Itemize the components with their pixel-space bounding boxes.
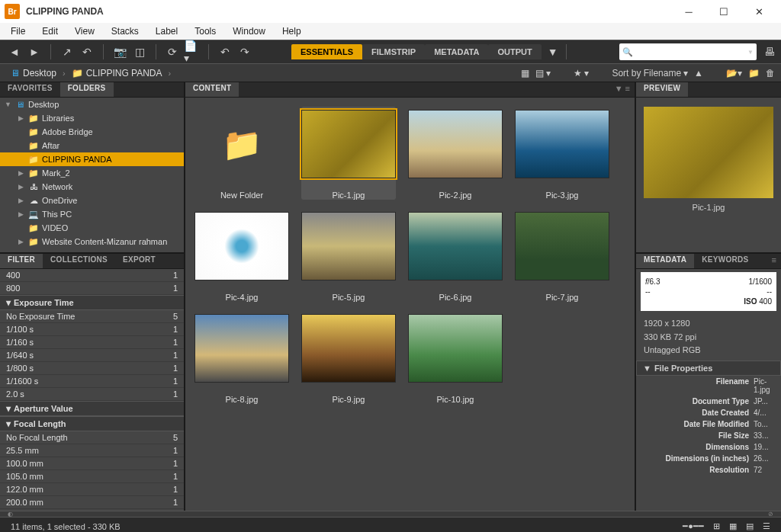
panel-menu-icon[interactable]: ▼ ≡ (610, 82, 635, 97)
tree-node[interactable]: ▶💻This PC (0, 207, 184, 221)
menu-tools[interactable]: Tools (187, 24, 223, 38)
sort-asc-icon[interactable]: ▲ (694, 68, 703, 79)
sort-button[interactable]: Sort by Filename ▾ (612, 68, 688, 79)
search-dropdown-icon[interactable]: ▼ (747, 49, 754, 56)
filter-row[interactable]: 25.5 mm1 (0, 444, 184, 457)
panel-menu-icon[interactable]: ≡ (767, 254, 781, 268)
view-mode-2-icon[interactable]: ▤ (746, 521, 754, 531)
tab-favorites[interactable]: FAVORITES (0, 82, 60, 97)
open-folder-icon[interactable]: 📂▾ (726, 68, 742, 79)
output-icon[interactable]: 🖶 (764, 46, 775, 58)
cancel-icon[interactable]: ⊘ (768, 511, 773, 518)
rotate-ccw-icon[interactable]: ↶ (217, 43, 233, 60)
maximize-button[interactable]: ☐ (706, 0, 741, 23)
filter-section-header[interactable]: Exposure Time (0, 295, 184, 310)
tab-keywords[interactable]: KEYWORDS (694, 254, 756, 268)
thumbnail[interactable]: Pic-6.jpg (408, 212, 503, 302)
file-properties-header[interactable]: ▼ File Properties (636, 361, 781, 376)
thumbnail[interactable]: Pic-1.jpg (301, 107, 396, 200)
thumbnail[interactable]: Pic-9.jpg (301, 314, 396, 404)
preview-image[interactable] (644, 107, 773, 198)
search-input[interactable] (633, 47, 747, 56)
workspace-tab-filmstrip[interactable]: FILMSTRIP (362, 44, 425, 59)
menu-label[interactable]: Label (148, 24, 185, 38)
filter-row[interactable]: 1/160 s1 (0, 336, 184, 349)
tab-collections[interactable]: COLLECTIONS (43, 254, 115, 268)
search-box[interactable]: 🔍 ▼ (619, 43, 757, 60)
crop-icon[interactable]: ◫ (131, 43, 148, 60)
new-folder-icon[interactable]: 📁 (748, 68, 760, 79)
menu-view[interactable]: View (67, 24, 102, 38)
minimize-button[interactable]: ─ (671, 0, 706, 23)
filter-row[interactable]: 1/800 s1 (0, 362, 184, 375)
thumbnail[interactable]: Pic-8.jpg (194, 314, 289, 404)
menu-window[interactable]: Window (225, 24, 273, 38)
workspace-tab-output[interactable]: OUTPUT (488, 44, 541, 59)
tab-export[interactable]: EXPORT (115, 254, 163, 268)
thumbnail[interactable]: Pic-10.jpg (408, 314, 503, 404)
preview-tab[interactable]: PREVIEW (636, 82, 688, 97)
grid-view-icon[interactable]: ▦ (521, 68, 529, 79)
reveal-button[interactable]: ↗ (59, 43, 76, 60)
content-tab[interactable]: CONTENT (185, 82, 239, 97)
filter-section-header[interactable]: Focal Length (0, 416, 184, 431)
trash-icon[interactable]: 🗑 (766, 68, 775, 79)
back-button[interactable]: ◄ (6, 43, 23, 60)
menu-stacks[interactable]: Stacks (104, 24, 146, 38)
view-mode-1-icon[interactable]: ▦ (729, 521, 737, 531)
path-root[interactable]: 🖥 Desktop (6, 68, 61, 79)
tree-node[interactable]: ▶🖧Network (0, 180, 184, 194)
grid-lock-icon[interactable]: ⊞ (713, 521, 720, 531)
tree-node[interactable]: ▶📁Website Content-Mizanur rahman (0, 235, 184, 248)
refresh-icon[interactable]: ⟳ (164, 43, 181, 60)
open-recent-icon[interactable]: 📄▾ (184, 43, 201, 60)
filter-row[interactable]: 200.0 mm1 (0, 496, 184, 509)
workspace-menu-icon[interactable]: ▼ (545, 43, 561, 60)
thumbnail[interactable]: Pic-5.jpg (301, 212, 396, 302)
menu-file[interactable]: File (3, 24, 33, 38)
workspace-tab-essentials[interactable]: ESSENTIALS (291, 44, 362, 59)
tree-node[interactable]: ▶📁Libraries (0, 111, 184, 125)
tab-metadata[interactable]: METADATA (636, 254, 694, 268)
thumbnail[interactable]: Pic-4.jpg (194, 212, 289, 302)
tree-node[interactable]: ▼🖥Desktop (0, 98, 184, 111)
zoom-slider-icon[interactable]: ━●━━ (683, 521, 704, 531)
tree-node[interactable]: 📁Aftar (0, 139, 184, 152)
filter-section-header[interactable]: Aperture Value (0, 401, 184, 416)
tree-node[interactable]: ▶☁OneDrive (0, 194, 184, 207)
boomerang-icon[interactable]: ↶ (79, 43, 95, 60)
tab-folders[interactable]: FOLDERS (60, 82, 114, 97)
thumbnail-view-icon[interactable]: ▤ ▾ (535, 68, 551, 79)
filter-row[interactable]: No Focal Length5 (0, 431, 184, 444)
filter-row[interactable]: 122.0 mm1 (0, 483, 184, 496)
menu-help[interactable]: Help (275, 24, 309, 38)
view-mode-3-icon[interactable]: ☰ (763, 521, 770, 531)
lock-icon[interactable]: ◐ (8, 511, 13, 518)
tree-node[interactable]: ▶💻This PC (0, 248, 184, 252)
forward-button[interactable]: ► (26, 43, 43, 60)
close-button[interactable]: ✕ (741, 0, 776, 23)
filter-row[interactable]: 1/640 s1 (0, 349, 184, 362)
menu-edit[interactable]: Edit (34, 24, 66, 38)
thumbnail[interactable]: Pic-2.jpg (408, 110, 503, 200)
filter-row[interactable]: 100.0 mm1 (0, 457, 184, 470)
workspace-tab-metadata[interactable]: METADATA (425, 44, 488, 59)
filter-row[interactable]: 4001 (0, 269, 184, 282)
tree-node[interactable]: 📁Adobe Bridge (0, 125, 184, 139)
filter-row[interactable]: 2.0 s1 (0, 388, 184, 401)
star-filter-icon[interactable]: ★ ▾ (574, 68, 589, 79)
thumbnail[interactable]: Pic-3.jpg (515, 110, 609, 200)
filter-row[interactable]: 1/1600 s1 (0, 375, 184, 388)
tree-node[interactable]: ▶📁Mark_2 (0, 166, 184, 180)
tab-filter[interactable]: FILTER (0, 254, 43, 268)
thumbnail[interactable]: 📁New Folder (194, 110, 289, 200)
path-current[interactable]: 📁 CLIPPING PANDA (67, 68, 167, 79)
filter-row[interactable]: No Exposure Time5 (0, 310, 184, 323)
filter-row[interactable]: 1/100 s1 (0, 323, 184, 336)
thumbnail[interactable]: Pic-7.jpg (515, 212, 609, 302)
camera-raw-icon[interactable]: 📷 (111, 43, 128, 60)
filter-row[interactable]: 8001 (0, 282, 184, 295)
tree-node[interactable]: 📁VIDEO (0, 221, 184, 235)
rotate-cw-icon[interactable]: ↷ (236, 43, 253, 60)
tree-node[interactable]: 📁CLIPPING PANDA (0, 152, 184, 166)
